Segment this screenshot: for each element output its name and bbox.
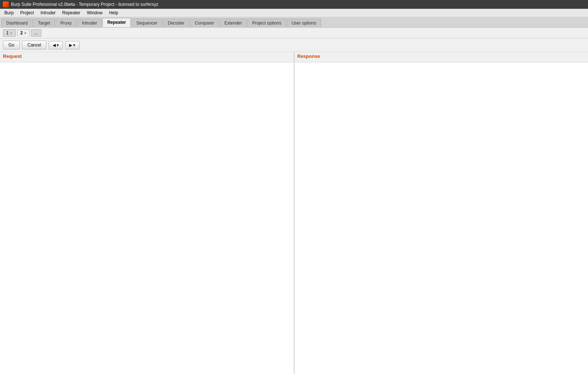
- nav-back-button[interactable]: ◀ ▾: [49, 41, 63, 49]
- app-icon: [3, 1, 9, 7]
- request-header: Request: [0, 52, 294, 60]
- response-content[interactable]: [295, 62, 588, 374]
- main-tab-dashboard[interactable]: Dashboard: [1, 19, 33, 27]
- main-tabs: DashboardTargetProxyIntruderRepeaterSequ…: [0, 17, 588, 28]
- menubar: BurpProjectIntruderRepeaterWindowHelp: [0, 9, 588, 17]
- titlebar-title: Burp Suite Professional v2.0beta - Tempo…: [11, 2, 158, 7]
- repeater-tab-2[interactable]: 2×: [17, 29, 30, 37]
- menu-item-help[interactable]: Help: [106, 10, 121, 16]
- nav-forward-button[interactable]: ▶ ▾: [65, 41, 79, 49]
- request-pane: Request: [0, 52, 295, 374]
- main-tab-repeater[interactable]: Repeater: [102, 18, 131, 27]
- cancel-button[interactable]: Cancel: [22, 41, 46, 49]
- tab-close-icon[interactable]: ×: [10, 31, 12, 35]
- menu-item-burp[interactable]: Burp: [1, 10, 16, 16]
- main-tab-comparer[interactable]: Comparer: [190, 19, 219, 27]
- main-content: Request Response: [0, 52, 588, 374]
- main-tab-sequencer[interactable]: Sequencer: [131, 19, 162, 27]
- main-tab-user-options[interactable]: User options: [287, 19, 321, 27]
- titlebar: Burp Suite Professional v2.0beta - Tempo…: [0, 0, 588, 9]
- menu-item-repeater[interactable]: Repeater: [59, 10, 83, 16]
- main-tab-extender[interactable]: Extender: [220, 19, 247, 27]
- request-content[interactable]: [0, 62, 294, 374]
- tab-close-icon[interactable]: ×: [24, 31, 26, 35]
- menu-item-window[interactable]: Window: [84, 10, 105, 16]
- menu-item-project[interactable]: Project: [17, 10, 37, 16]
- repeater-sub-tabs: 1×2×...: [0, 28, 588, 38]
- main-tab-decoder[interactable]: Decoder: [163, 19, 189, 27]
- main-tab-project-options[interactable]: Project options: [247, 19, 286, 27]
- repeater-tab-...[interactable]: ...: [31, 29, 41, 37]
- response-header: Response: [295, 52, 588, 60]
- menu-item-intruder[interactable]: Intruder: [38, 10, 59, 16]
- go-button[interactable]: Go: [3, 41, 20, 49]
- response-pane: Response: [295, 52, 588, 374]
- toolbar: Go Cancel ◀ ▾ ▶ ▾: [0, 38, 588, 52]
- main-tab-target[interactable]: Target: [33, 19, 55, 27]
- main-tab-intruder[interactable]: Intruder: [77, 19, 102, 27]
- main-tab-proxy[interactable]: Proxy: [56, 19, 76, 27]
- repeater-tab-1[interactable]: 1×: [3, 29, 16, 37]
